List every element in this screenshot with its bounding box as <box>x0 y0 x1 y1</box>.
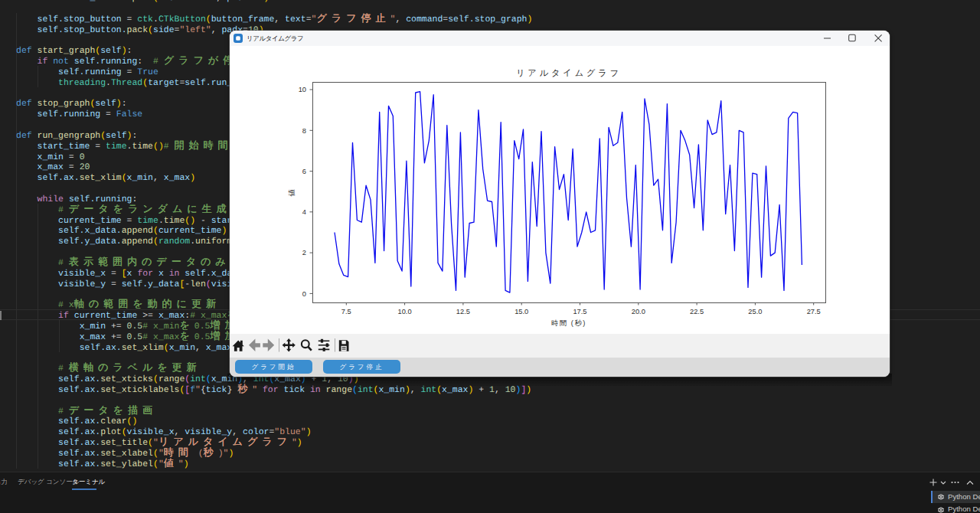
svg-text:27.5: 27.5 <box>807 308 821 315</box>
svg-text:17.5: 17.5 <box>573 308 586 315</box>
svg-text:2: 2 <box>302 249 306 256</box>
svg-text:7.5: 7.5 <box>341 308 351 315</box>
svg-text:6: 6 <box>302 168 306 175</box>
svg-text:4: 4 <box>302 208 306 216</box>
svg-text:10.0: 10.0 <box>398 308 412 315</box>
svg-text:20.0: 20.0 <box>632 308 645 315</box>
svg-text:値: 値 <box>288 188 296 197</box>
svg-text:時間 (秒): 時間 (秒) <box>551 319 586 327</box>
svg-text:0: 0 <box>302 290 306 298</box>
svg-text:22.5: 22.5 <box>690 308 704 315</box>
svg-text:12.5: 12.5 <box>456 308 470 315</box>
svg-text:リアルタイムグラフ: リアルタイムグラフ <box>516 68 622 77</box>
svg-text:10: 10 <box>299 86 306 93</box>
svg-text:15.0: 15.0 <box>514 308 528 315</box>
svg-text:8: 8 <box>302 127 306 135</box>
svg-text:25.0: 25.0 <box>748 308 762 315</box>
